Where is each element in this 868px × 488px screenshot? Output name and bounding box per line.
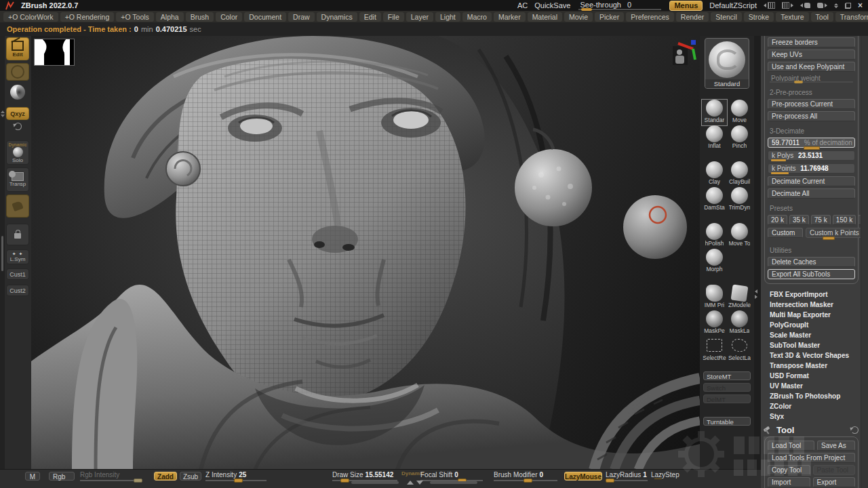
menu-item[interactable]: Tool xyxy=(811,12,833,22)
brush-item[interactable]: hPolish xyxy=(702,223,727,249)
menu-item[interactable]: Document xyxy=(244,12,286,22)
right-tray-divider[interactable] xyxy=(754,36,761,488)
brush-item[interactable]: Move To xyxy=(727,223,752,249)
menu-item[interactable]: +O ColorWork xyxy=(3,12,58,22)
brush-item[interactable]: MaskPe xyxy=(702,310,727,336)
brush-item[interactable]: ZModele xyxy=(727,285,752,310)
preprocess-all-button[interactable]: Pre-process All xyxy=(768,111,855,121)
load-tool-button[interactable]: Load Tool xyxy=(768,441,814,451)
menu-item[interactable]: File xyxy=(383,12,404,22)
menu-item[interactable]: Texture xyxy=(776,12,808,22)
material-sphere-button[interactable] xyxy=(6,83,29,101)
menu-item[interactable]: +O Rendering xyxy=(60,12,115,22)
brush-item[interactable]: MaskLa xyxy=(727,310,752,336)
menu-item[interactable]: Draw xyxy=(288,12,315,22)
panel-scrollbar[interactable] xyxy=(861,36,868,488)
zplugin-item[interactable]: ZColor xyxy=(770,401,868,411)
menu-item[interactable]: Render xyxy=(676,12,709,22)
z-intensity-slider[interactable]: Z Intensity25 xyxy=(205,471,267,479)
preset-button[interactable]: 20 k xyxy=(768,215,787,225)
keep-uvs-button[interactable]: Keep UVs xyxy=(768,49,855,60)
paste-tool-button[interactable]: Paste Tool xyxy=(813,465,856,475)
turntable-button[interactable]: Turntable xyxy=(703,417,751,426)
zplugin-item[interactable]: Text 3D & Vector Shapes xyxy=(770,350,868,361)
tool-section-header[interactable]: Tool xyxy=(763,425,859,435)
menu-item[interactable]: Picker xyxy=(595,12,624,22)
tool-reset-icon[interactable] xyxy=(851,426,859,434)
zplugin-item[interactable]: UV Master xyxy=(770,381,868,391)
export-all-subtools-button[interactable]: Export All SubTools xyxy=(768,269,855,279)
brush-item[interactable]: TrimDyn xyxy=(727,187,752,213)
menu-item[interactable]: Light xyxy=(435,12,460,22)
kpoints-slider[interactable]: k Points 11.76948 xyxy=(768,163,855,174)
zplugin-item[interactable]: Scale Master xyxy=(770,330,868,340)
qxyz-button[interactable]: Qxyz xyxy=(6,107,29,120)
menu-item[interactable]: Preferences xyxy=(626,12,674,22)
ac-button[interactable]: AC xyxy=(517,1,528,9)
cust2-button[interactable]: Cust2 xyxy=(6,285,29,296)
m-button[interactable]: M xyxy=(25,472,40,481)
menu-item[interactable]: Macro xyxy=(462,12,492,22)
brush-item[interactable]: Standar xyxy=(702,100,727,125)
polypaint-weight-slider[interactable]: Polypaint weight xyxy=(768,74,855,83)
zplugin-item[interactable]: Styx xyxy=(770,411,868,422)
see-through-slider[interactable]: See-through 0 xyxy=(577,1,663,10)
brush-item[interactable] xyxy=(702,213,752,223)
decimate-current-button[interactable]: Decimate Current xyxy=(768,176,855,186)
menu-item[interactable]: +O Tools xyxy=(116,12,154,22)
menu-item[interactable]: Brush xyxy=(186,12,214,22)
rgb-button[interactable]: Rgb xyxy=(49,472,75,481)
decimate-all-button[interactable]: Decimate All xyxy=(768,188,855,199)
menu-item[interactable]: Movie xyxy=(564,12,593,22)
save-as-button[interactable]: Save As xyxy=(817,441,855,451)
brush-item[interactable]: ClayBuil xyxy=(727,161,752,187)
pan-left-icon[interactable] xyxy=(800,3,810,8)
brush-item[interactable]: DamSta xyxy=(702,187,727,213)
brush-item[interactable]: IMM Pri xyxy=(702,285,727,310)
load-tools-from-project-button[interactable]: Load Tools From Project xyxy=(768,453,855,463)
del-mt-button[interactable]: DelMT xyxy=(703,394,751,403)
zplugin-item[interactable]: SubTool Master xyxy=(770,340,868,350)
menu-item[interactable]: Stroke xyxy=(744,12,774,22)
brush-item[interactable]: Pinch xyxy=(727,125,752,151)
sculpt-viewport[interactable] xyxy=(31,36,700,470)
custom-button[interactable]: Custom xyxy=(768,228,803,238)
brush-item[interactable]: Clay xyxy=(702,161,727,187)
rgb-intensity-slider[interactable]: Rgb Intensity xyxy=(80,471,142,479)
menu-item[interactable]: Material xyxy=(528,12,562,22)
ghost-button[interactable] xyxy=(6,195,29,218)
focal-shift-slider[interactable]: Focal Shift0 xyxy=(420,471,483,479)
brush-item[interactable]: Inflat xyxy=(702,125,727,151)
lazyradius-slider[interactable]: LazyRadius1 xyxy=(606,471,648,479)
zplugin-item[interactable]: Multi Map Exporter xyxy=(770,310,868,320)
preset-button[interactable]: 35 k xyxy=(789,215,809,225)
zplugin-item[interactable]: ZBrush To Photoshop xyxy=(770,391,868,401)
kpolys-slider[interactable]: k Polys 23.5131 xyxy=(768,150,855,161)
draw-size-slider[interactable]: Draw Size15.55142 xyxy=(332,471,397,479)
zplugin-item[interactable]: PolyGroupIt xyxy=(770,320,868,330)
custom-kpoints-slider[interactable]: Custom k Points 5 xyxy=(806,228,868,238)
current-brush-button[interactable]: Standard xyxy=(705,38,749,89)
close-icon[interactable]: × xyxy=(858,2,863,9)
brush-item[interactable]: Move xyxy=(727,100,752,125)
left-dock-icon[interactable] xyxy=(764,2,775,9)
quicksave-button[interactable]: QuickSave xyxy=(534,1,570,9)
menu-item[interactable]: Transform xyxy=(835,12,868,22)
decimation-percent-slider[interactable]: 59.77011 % of decimation xyxy=(768,138,855,148)
brush-item[interactable]: Morph xyxy=(702,249,727,274)
edit-button[interactable]: Edit xyxy=(6,37,29,60)
zadd-button[interactable]: Zadd xyxy=(154,472,177,481)
brush-item[interactable] xyxy=(702,151,752,161)
switch-button[interactable]: Switch xyxy=(703,383,751,392)
zplugin-item[interactable]: FBX ExportImport xyxy=(770,289,868,300)
cust1-button[interactable]: Cust1 xyxy=(6,268,29,280)
freeze-borders-button[interactable]: Freeze borders xyxy=(768,37,855,47)
transp-button[interactable]: Transp xyxy=(6,167,29,192)
menu-item[interactable]: Dynamics xyxy=(317,12,357,22)
brush-modifier-slider[interactable]: Brush Modifier0 xyxy=(494,471,557,479)
zplugin-item[interactable]: Intersection Masker xyxy=(770,300,868,310)
menu-item[interactable]: Edit xyxy=(359,12,381,22)
menu-item[interactable]: Layer xyxy=(406,12,433,22)
bottom-tray-resize-handle[interactable] xyxy=(351,481,477,485)
brush-item[interactable]: SelectRe xyxy=(702,336,727,362)
